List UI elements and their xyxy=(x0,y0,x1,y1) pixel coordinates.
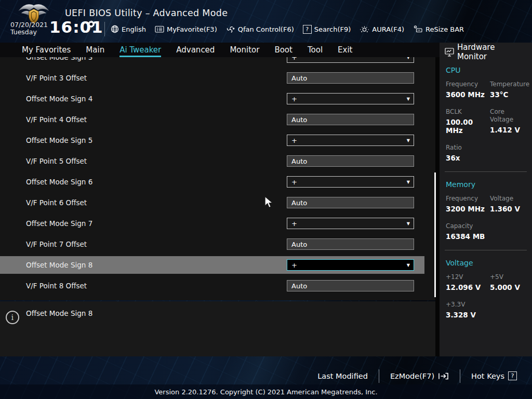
setting-label: V/F Point 4 Offset xyxy=(26,111,87,128)
scrollbar-thumb[interactable] xyxy=(434,172,436,297)
hw-stat-label: Frequency xyxy=(446,195,490,203)
tab-advanced[interactable]: Advanced xyxy=(176,43,215,57)
resize-bar-icon xyxy=(413,25,423,33)
setting-row[interactable]: Offset Mode Sign 4 + ▼ xyxy=(0,90,424,108)
question-box-icon: ? xyxy=(508,371,517,380)
tab-monitor[interactable]: Monitor xyxy=(230,43,259,57)
qfan-icon xyxy=(226,25,235,33)
setting-label: Offset Mode Sign 3 xyxy=(26,57,92,66)
field-value: Auto xyxy=(291,74,307,82)
dropdown-value: + xyxy=(291,95,297,103)
offset-mode-sign-3-dropdown[interactable]: + ▼ xyxy=(287,57,414,63)
qfan-label: Qfan Control(F6) xyxy=(238,25,294,33)
field-value: Auto xyxy=(291,241,307,248)
hw-stat-label: BCLK xyxy=(446,108,490,116)
dropdown-value: + xyxy=(291,137,297,144)
last-modified-button[interactable]: Last Modified xyxy=(307,372,379,380)
vf-point-5-offset-field[interactable]: Auto xyxy=(287,155,414,167)
dropdown-value: + xyxy=(291,57,297,61)
hw-stat-label: +3.3V xyxy=(446,301,490,309)
hw-stat: Frequency 3600 MHz xyxy=(446,81,490,99)
hw-section-cpu: CPU xyxy=(446,66,526,74)
chevron-down-icon: ▼ xyxy=(407,221,414,226)
footer-controls: Last Modified EzMode(F7) Hot Keys ? xyxy=(307,368,528,384)
dropdown-value: + xyxy=(291,220,297,228)
vf-point-8-offset-field[interactable]: Auto xyxy=(287,280,414,291)
hw-stat: Voltage 1.360 V xyxy=(490,195,526,213)
aura-button[interactable]: AURA(F4) xyxy=(360,25,404,33)
main-nav: My Favorites Main Ai Tweaker Advanced Mo… xyxy=(0,43,440,57)
setting-label: V/F Point 6 Offset xyxy=(26,194,87,211)
section-divider xyxy=(445,171,527,172)
offset-mode-sign-7-dropdown[interactable]: + ▼ xyxy=(287,218,414,229)
hw-stat: +5V 5.000 V xyxy=(490,273,526,291)
tab-my-favorites[interactable]: My Favorites xyxy=(22,43,71,57)
offset-mode-sign-4-dropdown[interactable]: + ▼ xyxy=(287,93,414,104)
setting-row[interactable]: Offset Mode Sign 7 + ▼ xyxy=(0,215,424,232)
settings-list: Offset Mode Sign 3 + ▼ V/F Point 3 Offse… xyxy=(0,57,435,300)
hw-stat-label: Core Voltage xyxy=(490,108,529,124)
info-circle-icon: i xyxy=(6,311,19,324)
aura-icon xyxy=(360,25,369,33)
header-divider xyxy=(104,22,105,36)
vf-point-7-offset-field[interactable]: Auto xyxy=(287,238,414,250)
setting-label: V/F Point 8 Offset xyxy=(26,277,87,295)
vf-point-3-offset-field[interactable]: Auto xyxy=(287,72,414,84)
dropdown-value: + xyxy=(291,178,297,186)
hw-stat-label: Voltage xyxy=(490,195,526,203)
page-title: UEFI BIOS Utility – Advanced Mode xyxy=(65,8,228,18)
myfavorite-button[interactable]: MyFavorite(F3) xyxy=(155,25,217,33)
hw-stat: Ratio 36x xyxy=(446,144,490,162)
vf-point-4-offset-field[interactable]: Auto xyxy=(287,114,414,125)
hw-stat-label: +5V xyxy=(490,273,526,281)
hardware-monitor-panel: Hardware Monitor CPU Frequency 3600 MHz … xyxy=(440,43,532,356)
setting-row[interactable]: Offset Mode Sign 5 + ▼ xyxy=(0,131,424,149)
offset-mode-sign-5-dropdown[interactable]: + ▼ xyxy=(287,135,414,146)
language-button[interactable]: English xyxy=(111,25,146,33)
hw-stat-value: 3600 MHz xyxy=(446,90,490,99)
setting-row-selected[interactable]: Offset Mode Sign 8 + ▼ xyxy=(0,256,424,274)
setting-row[interactable]: V/F Point 3 Offset Auto xyxy=(0,69,424,87)
hw-section-memory: Memory xyxy=(446,180,526,189)
tab-ai-tweaker[interactable]: Ai Tweaker xyxy=(119,43,161,57)
tab-exit[interactable]: Exit xyxy=(338,43,352,57)
hw-stat-value: 33°C xyxy=(490,90,529,99)
offset-mode-sign-6-dropdown[interactable]: + ▼ xyxy=(287,176,414,188)
setting-row[interactable]: V/F Point 5 Offset Auto xyxy=(0,152,424,170)
ezmode-exit-icon xyxy=(438,372,449,380)
hw-stat-label: Ratio xyxy=(446,144,490,152)
setting-row[interactable]: V/F Point 7 Offset Auto xyxy=(0,235,424,253)
search-button[interactable]: ? Search(F9) xyxy=(303,25,351,34)
setting-row[interactable]: V/F Point 6 Offset Auto xyxy=(0,194,424,211)
resize-bar-button[interactable]: ReSize BAR xyxy=(413,25,464,33)
hotkeys-button[interactable]: Hot Keys ? xyxy=(460,371,528,380)
qfan-control-button[interactable]: Qfan Control(F6) xyxy=(226,25,294,33)
setting-row-clipped[interactable]: Offset Mode Sign 3 + ▼ xyxy=(0,57,424,66)
setting-row[interactable]: V/F Point 4 Offset Auto xyxy=(0,111,424,128)
hw-stat: Temperature 33°C xyxy=(490,81,529,99)
setting-row[interactable]: Offset Mode Sign 6 + ▼ xyxy=(0,173,424,191)
hw-stat-value: 3200 MHz xyxy=(446,205,490,213)
date-display: 07/20/2021 Tuesday xyxy=(10,21,48,36)
field-value: Auto xyxy=(291,116,307,124)
hw-stat: Frequency 3200 MHz xyxy=(446,195,490,213)
language-label: English xyxy=(122,25,146,33)
tab-tool[interactable]: Tool xyxy=(308,43,323,57)
hw-stat-value: 1.360 V xyxy=(490,205,526,213)
setting-label: Offset Mode Sign 4 xyxy=(26,90,92,108)
field-value: Auto xyxy=(291,282,307,290)
field-value: Auto xyxy=(291,157,307,165)
setting-label: V/F Point 7 Offset xyxy=(26,235,87,253)
hw-section-voltage: Voltage xyxy=(446,259,526,267)
ezmode-button[interactable]: EzMode(F7) xyxy=(379,372,460,380)
hw-stat-value: 3.328 V xyxy=(446,311,490,319)
tab-boot[interactable]: Boot xyxy=(274,43,292,57)
setting-row[interactable]: V/F Point 8 Offset Auto xyxy=(0,277,424,295)
setting-label: Offset Mode Sign 6 xyxy=(26,173,92,191)
offset-mode-sign-8-dropdown[interactable]: + ▼ xyxy=(287,259,414,271)
tab-main[interactable]: Main xyxy=(86,43,104,57)
clock-settings-gear-icon[interactable] xyxy=(87,20,95,28)
hw-panel-title: Hardware Monitor xyxy=(457,43,527,61)
hw-stat-label: Capacity xyxy=(446,222,490,230)
vf-point-6-offset-field[interactable]: Auto xyxy=(287,197,414,208)
